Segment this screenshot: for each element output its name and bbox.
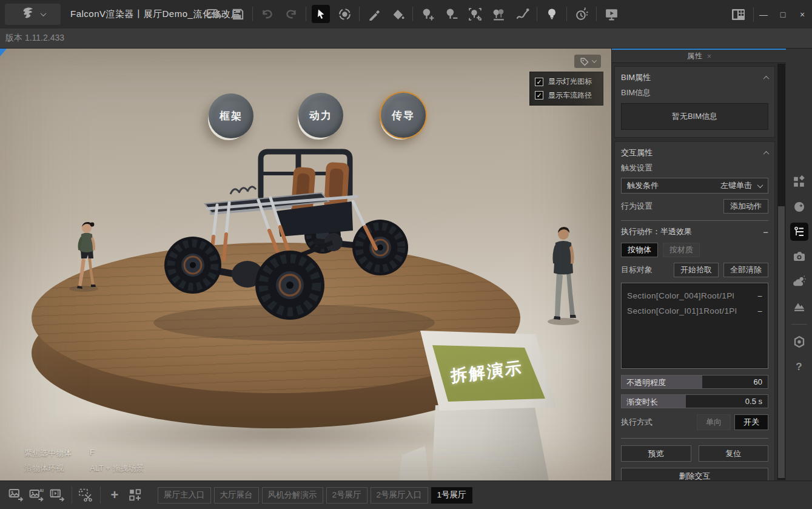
- tab-hall-2-entrance[interactable]: 2号展厅入口: [371, 487, 428, 504]
- viewport-corner-marker: [0, 49, 7, 56]
- panel-body: BIM属性 BIM信息 暂无BIM信息 交互属性 触发设置 触发条件 左键单击: [612, 64, 777, 480]
- toolbar-separator: [596, 7, 597, 21]
- paint-bucket-icon[interactable]: [389, 5, 407, 23]
- export-image-ai-icon[interactable]: AI: [27, 486, 47, 504]
- tab-close-icon[interactable]: ×: [707, 52, 711, 61]
- environment-icon[interactable]: [790, 272, 808, 291]
- app-menu-button[interactable]: [5, 4, 61, 25]
- preview-button[interactable]: 预览: [621, 445, 691, 462]
- target-item-name: Section[Color_I01]1Root/1Pl: [627, 306, 756, 315]
- presentation-icon[interactable]: [602, 5, 620, 23]
- by-material-button[interactable]: 按材质: [663, 243, 700, 257]
- tab-properties[interactable]: 属性: [687, 51, 703, 61]
- tab-hall-main-entrance[interactable]: 展厅主入口: [158, 487, 211, 504]
- export-exe-icon[interactable]: EXE: [205, 5, 223, 23]
- chevron-down-icon: [757, 182, 763, 188]
- tab-lobby-booth[interactable]: 大厅展台: [214, 487, 259, 504]
- add-icon[interactable]: +: [104, 486, 125, 504]
- svg-text:EXE: EXE: [208, 11, 216, 15]
- delete-interaction-button[interactable]: 删除交互: [621, 468, 768, 480]
- bim-section-header[interactable]: BIM属性: [621, 71, 768, 84]
- bim-empty-text: 暂无BIM信息: [672, 111, 717, 122]
- toolbar-separator: [306, 7, 306, 21]
- path-draw-icon[interactable]: [513, 5, 531, 23]
- collapse-chevron-icon[interactable]: [763, 75, 770, 81]
- eyedropper-icon[interactable]: [365, 5, 383, 23]
- target-label: 目标对象: [621, 265, 653, 275]
- foliage-area-add-icon[interactable]: [466, 5, 484, 23]
- target-list[interactable]: Section[Color_004]Root/1Pl − Section[Col…: [621, 283, 768, 369]
- target-list-item[interactable]: Section[Color_I01]1Root/1Pl −: [627, 303, 762, 319]
- terrain-icon[interactable]: [790, 297, 808, 315]
- scene-outline-icon[interactable]: [790, 223, 808, 241]
- panel-scrollbar[interactable]: [777, 64, 785, 480]
- fade-duration-value: 0.5 s: [745, 397, 762, 406]
- export-image-icon[interactable]: [6, 486, 27, 504]
- bim-info-label: BIM信息: [621, 87, 768, 98]
- assets-icon[interactable]: [790, 173, 808, 191]
- add-action-button[interactable]: 添加动作: [723, 199, 768, 214]
- preview-reset-row: 预览 复位: [621, 445, 768, 462]
- falconv-renderer-window: FalconV渲染器丨展厅Demo_流化修改后 EXE: [0, 0, 812, 509]
- foliage-batch-icon[interactable]: [489, 5, 508, 23]
- scrollbar-thumb[interactable]: [778, 206, 785, 478]
- save-icon[interactable]: [229, 5, 247, 23]
- collapse-chevron-icon[interactable]: [763, 150, 770, 157]
- bottombar-separator: [72, 487, 72, 504]
- tab-hall-1[interactable]: 1号展厅: [431, 487, 472, 504]
- settings-icon[interactable]: [790, 333, 808, 351]
- close-button[interactable]: ×: [793, 0, 812, 29]
- layout-columns-icon[interactable]: [729, 5, 747, 24]
- 3d-viewport[interactable]: 框架 动力 传导: [0, 49, 611, 480]
- maximize-button[interactable]: □: [773, 0, 793, 29]
- clear-all-button[interactable]: 全部清除: [723, 263, 768, 277]
- daylight-timer-icon[interactable]: [572, 5, 591, 23]
- logo-menu-chevron-icon: [40, 10, 46, 16]
- interaction-section-header[interactable]: 交互属性: [621, 146, 768, 160]
- start-pick-button[interactable]: 开始拾取: [674, 263, 719, 277]
- plus-glyph: +: [111, 489, 119, 501]
- material-sphere-icon[interactable]: [790, 198, 808, 216]
- bottombar-separator: [100, 487, 101, 504]
- opacity-slider[interactable]: 不透明程度 60: [621, 375, 768, 389]
- version-bar: 版本 1.11.2.433: [0, 29, 812, 49]
- by-object-button[interactable]: 按物体: [621, 243, 658, 257]
- remove-action-button[interactable]: −: [763, 227, 768, 237]
- remove-target-icon[interactable]: −: [757, 306, 762, 316]
- foliage-remove-icon[interactable]: [442, 5, 460, 23]
- select-tool-icon[interactable]: [312, 5, 330, 23]
- action-header-row: 执行动作：半透效果 −: [621, 226, 768, 237]
- behavior-label: 行为设置: [621, 201, 653, 212]
- reset-button[interactable]: 复位: [699, 445, 769, 462]
- target-mode-toggle: 按物体 按材质: [621, 243, 768, 257]
- divider: [621, 438, 768, 439]
- light-icon[interactable]: [543, 5, 561, 23]
- minimize-button[interactable]: —: [754, 0, 773, 29]
- trigger-group-label: 触发设置: [621, 163, 768, 174]
- tab-hall-2[interactable]: 2号展厅: [326, 487, 367, 504]
- target-list-item[interactable]: Section[Color_004]Root/1Pl −: [627, 288, 762, 303]
- titlebar: FalconV渲染器丨展厅Demo_流化修改后 EXE: [0, 0, 812, 29]
- mode-single-button[interactable]: 单向: [697, 414, 731, 430]
- target-row: 目标对象 开始拾取 全部清除: [621, 263, 768, 277]
- export-video-icon[interactable]: [47, 486, 68, 504]
- redo-icon[interactable]: [282, 5, 300, 23]
- foliage-add-icon[interactable]: [418, 5, 437, 23]
- fade-duration-slider[interactable]: 渐变时长 0.5 s: [621, 394, 768, 408]
- mode-switch-button[interactable]: 开关: [734, 414, 768, 430]
- opacity-label: 不透明程度: [626, 377, 666, 388]
- bim-section: BIM属性 BIM信息 暂无BIM信息: [614, 66, 775, 138]
- file-tools: EXE: [205, 5, 620, 23]
- camera-icon[interactable]: [790, 248, 808, 266]
- mode-row: 执行方式 单向 开关: [621, 414, 768, 430]
- snapshot-crop-icon[interactable]: [76, 486, 96, 504]
- tab-fan-disassembly[interactable]: 风机分解演示: [262, 487, 323, 504]
- trigger-condition-label: 触发条件: [627, 180, 659, 191]
- remove-target-icon[interactable]: −: [757, 291, 762, 301]
- orbit-select-icon[interactable]: [335, 5, 354, 23]
- undo-icon[interactable]: [258, 5, 277, 23]
- add-view-icon[interactable]: [125, 486, 146, 504]
- section-title: 交互属性: [621, 147, 653, 158]
- trigger-condition-select[interactable]: 触发条件 左键单击: [621, 178, 768, 194]
- help-icon[interactable]: ?: [790, 358, 808, 376]
